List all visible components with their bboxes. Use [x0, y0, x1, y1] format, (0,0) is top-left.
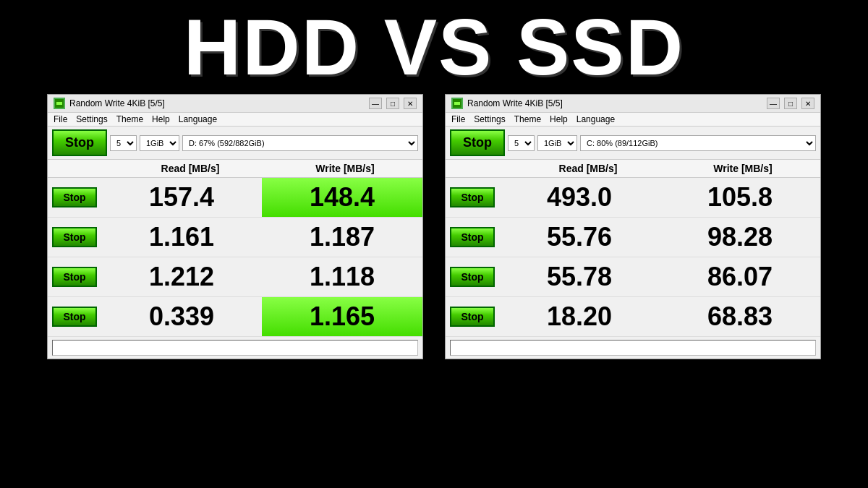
ssd-minimize-btn[interactable]: —: [767, 98, 780, 109]
ssd-menu-settings[interactable]: Settings: [474, 114, 505, 124]
ssd-row-4: Stop 18.20 68.83: [446, 297, 820, 337]
ssd-title-bar: Random Write 4KiB [5/5] — □ ✕: [446, 95, 820, 113]
ssd-header-spacer: [450, 163, 506, 174]
ssd-row-2: Stop 55.76 98.28: [446, 218, 820, 257]
ssd-menu-file[interactable]: File: [451, 114, 465, 124]
ssd-menu-help[interactable]: Help: [550, 114, 568, 124]
hdd-header-row: Read [MB/s] Write [MB/s]: [48, 160, 422, 178]
hdd-stop-row2-button[interactable]: Stop: [52, 227, 97, 247]
ssd-progress-bar: [450, 340, 816, 356]
hdd-toolbar: Stop 5 1GiB D: 67% (592/882GiB): [48, 127, 422, 160]
hdd-row1-write: 148.4: [262, 178, 422, 217]
ssd-row1-write: 105.8: [660, 178, 820, 217]
hdd-header-write: Write [MB/s]: [268, 160, 422, 177]
hdd-app-icon: [54, 98, 65, 109]
ssd-window-controls: — □ ✕: [767, 98, 814, 109]
ssd-menu-language[interactable]: Language: [576, 114, 615, 124]
hdd-panel: Random Write 4KiB [5/5] — □ ✕ File Setti…: [47, 94, 423, 359]
ssd-row2-write: 98.28: [660, 218, 820, 257]
ssd-header-write: Write [MB/s]: [665, 160, 820, 177]
hdd-row4-read: 0.339: [101, 297, 262, 336]
hdd-row-2: Stop 1.161 1.187: [48, 218, 422, 257]
ssd-stop-row1-button[interactable]: Stop: [450, 187, 495, 207]
ssd-stop-row2-button[interactable]: Stop: [450, 227, 495, 247]
hdd-row-3: Stop 1.212 1.118: [48, 257, 422, 297]
hdd-menu-file[interactable]: File: [54, 114, 67, 124]
hdd-menu-language[interactable]: Language: [179, 114, 217, 124]
ssd-toolbar: Stop 5 1GiB C: 80% (89/112GiB): [446, 127, 820, 160]
hdd-menu-theme[interactable]: Theme: [116, 114, 143, 124]
ssd-close-btn[interactable]: ✕: [801, 98, 814, 109]
hdd-count-select[interactable]: 5: [110, 135, 137, 151]
ssd-row3-write: 86.07: [660, 257, 820, 296]
ssd-drive-select[interactable]: C: 80% (89/112GiB): [580, 135, 816, 151]
ssd-menu-theme[interactable]: Theme: [514, 114, 541, 124]
ssd-row4-write: 68.83: [660, 297, 820, 336]
hdd-stop-main-button[interactable]: Stop: [52, 129, 107, 156]
ssd-app-icon: [451, 98, 463, 109]
ssd-row-1: Stop 493.0 105.8: [446, 178, 820, 218]
svg-rect-3: [454, 102, 460, 105]
hdd-row2-write: 1.187: [262, 218, 422, 257]
hdd-window-controls: — □ ✕: [369, 98, 417, 109]
svg-rect-1: [56, 102, 62, 105]
page-title: HDD VS SSD: [184, 7, 684, 87]
hdd-row4-write: 1.165: [262, 297, 422, 336]
hdd-menu-bar: File Settings Theme Help Language: [48, 113, 422, 127]
hdd-row-1: Stop 157.4 148.4: [48, 178, 422, 218]
hdd-header-spacer: [52, 163, 109, 174]
hdd-maximize-btn[interactable]: □: [386, 98, 399, 109]
ssd-header-read: Read [MB/s]: [511, 160, 665, 177]
ssd-row3-read: 55.78: [499, 257, 660, 296]
hdd-progress-bar: [52, 340, 418, 356]
ssd-count-select[interactable]: 5: [508, 135, 535, 151]
ssd-data-content: Read [MB/s] Write [MB/s] Stop 493.0 105.…: [446, 160, 820, 356]
hdd-stop-row1-button[interactable]: Stop: [52, 187, 97, 207]
hdd-menu-help[interactable]: Help: [152, 114, 170, 124]
ssd-maximize-btn[interactable]: □: [784, 98, 797, 109]
hdd-header-read: Read [MB/s]: [113, 160, 268, 177]
hdd-window-title: Random Write 4KiB [5/5]: [69, 98, 369, 108]
ssd-row4-read: 18.20: [499, 297, 660, 336]
hdd-minimize-btn[interactable]: —: [369, 98, 382, 109]
hdd-stop-row4-button[interactable]: Stop: [52, 307, 97, 327]
hdd-row3-write: 1.118: [262, 257, 422, 296]
ssd-header-row: Read [MB/s] Write [MB/s]: [446, 160, 820, 178]
ssd-panel: Random Write 4KiB [5/5] — □ ✕ File Setti…: [445, 94, 821, 359]
hdd-title-bar: Random Write 4KiB [5/5] — □ ✕: [48, 95, 422, 113]
ssd-window-title: Random Write 4KiB [5/5]: [467, 98, 767, 108]
hdd-stop-row3-button[interactable]: Stop: [52, 267, 97, 287]
ssd-menu-bar: File Settings Theme Help Language: [446, 113, 820, 127]
ssd-stop-row4-button[interactable]: Stop: [450, 307, 495, 327]
ssd-size-select[interactable]: 1GiB: [537, 135, 577, 151]
hdd-row-4: Stop 0.339 1.165: [48, 297, 422, 337]
hdd-row2-read: 1.161: [101, 218, 262, 257]
ssd-row1-read: 493.0: [499, 178, 660, 217]
ssd-row-3: Stop 55.78 86.07: [446, 257, 820, 297]
ssd-stop-main-button[interactable]: Stop: [450, 129, 505, 156]
hdd-size-select[interactable]: 1GiB: [140, 135, 179, 151]
hdd-drive-select[interactable]: D: 67% (592/882GiB): [182, 135, 418, 151]
hdd-row1-read: 157.4: [101, 178, 262, 217]
hdd-close-btn[interactable]: ✕: [404, 98, 417, 109]
ssd-stop-row3-button[interactable]: Stop: [450, 267, 495, 287]
ssd-row2-read: 55.76: [499, 218, 660, 257]
hdd-row3-read: 1.212: [101, 257, 262, 296]
hdd-data-content: Read [MB/s] Write [MB/s] Stop 157.4 148.…: [48, 160, 422, 356]
hdd-menu-settings[interactable]: Settings: [76, 114, 107, 124]
